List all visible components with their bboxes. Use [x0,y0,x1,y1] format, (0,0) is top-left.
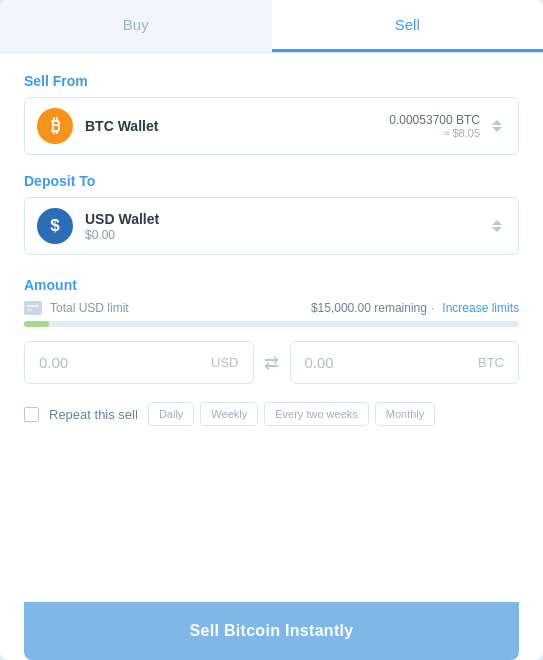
deposit-to-wallet-info: USD Wallet $0.00 [85,211,488,242]
amount-section: Amount Total USD limit $15,000.00 remain… [24,277,519,444]
sell-from-chevron[interactable] [488,118,506,134]
increase-limits-link[interactable]: Increase limits [442,301,519,315]
svg-rect-1 [27,305,39,307]
deposit-to-wallet-name: USD Wallet [85,211,488,227]
repeat-option-weekly[interactable]: Weekly [200,402,258,426]
repeat-checkbox[interactable] [24,407,39,422]
dollar-icon: $ [37,208,73,244]
deposit-to-wallet-sub: $0.00 [85,228,488,242]
sell-from-balance-btc: 0.00053700 BTC [389,113,480,127]
amount-inputs: 0.00 USD ⇄ 0.00 BTC [24,341,519,384]
chevron-down-icon [492,227,502,232]
sell-button-wrap: Sell Bitcoin Instantly [24,602,519,660]
repeat-row: Repeat this sell Daily Weekly Every two … [24,402,519,426]
repeat-label: Repeat this sell [49,407,138,422]
tab-bar: Buy Sell [0,0,543,53]
sell-from-balance: 0.00053700 BTC ≈ $8.05 [389,113,480,139]
limit-icon [24,301,42,315]
btc-currency: BTC [478,355,504,370]
sell-button[interactable]: Sell Bitcoin Instantly [24,602,519,660]
limit-remaining: $15,000.00 remaining [311,301,427,315]
sell-from-wallet-info: BTC Wallet [85,118,389,134]
limit-separator: · [431,301,434,315]
progress-bar-background [24,321,519,327]
trade-card: Buy Sell Sell From ₿ BTC Wallet 0.000537… [0,0,543,660]
btc-value: 0.00 [305,354,334,371]
chevron-down-icon [492,127,502,132]
swap-icon[interactable]: ⇄ [254,345,290,381]
usd-currency: USD [211,355,238,370]
card-body: Sell From ₿ BTC Wallet 0.00053700 BTC ≈ … [0,53,543,660]
chevron-up-icon [492,120,502,125]
repeat-option-daily[interactable]: Daily [148,402,194,426]
repeat-option-monthly[interactable]: Monthly [375,402,436,426]
limit-label: Total USD limit [50,301,129,315]
tab-sell[interactable]: Sell [272,0,544,52]
svg-rect-2 [27,309,32,311]
repeat-option-every-two-weeks[interactable]: Every two weeks [264,402,369,426]
sell-from-selector[interactable]: ₿ BTC Wallet 0.00053700 BTC ≈ $8.05 [24,97,519,155]
deposit-to-label: Deposit To [24,173,519,189]
chevron-up-icon [492,220,502,225]
sell-from-label: Sell From [24,73,519,89]
tab-buy[interactable]: Buy [0,0,272,52]
btc-input-box[interactable]: 0.00 BTC [290,341,520,384]
repeat-options: Daily Weekly Every two weeks Monthly [148,402,435,426]
bitcoin-icon: ₿ [37,108,73,144]
usd-input-box[interactable]: 0.00 USD [24,341,254,384]
deposit-to-selector[interactable]: $ USD Wallet $0.00 [24,197,519,255]
deposit-to-chevron[interactable] [488,218,506,234]
usd-value: 0.00 [39,354,68,371]
svg-rect-0 [26,303,40,313]
sell-from-balance-usd: ≈ $8.05 [389,127,480,139]
amount-label: Amount [24,277,519,293]
limit-row: Total USD limit $15,000.00 remaining · I… [24,301,519,315]
progress-bar-fill [24,321,49,327]
sell-from-wallet-name: BTC Wallet [85,118,389,134]
